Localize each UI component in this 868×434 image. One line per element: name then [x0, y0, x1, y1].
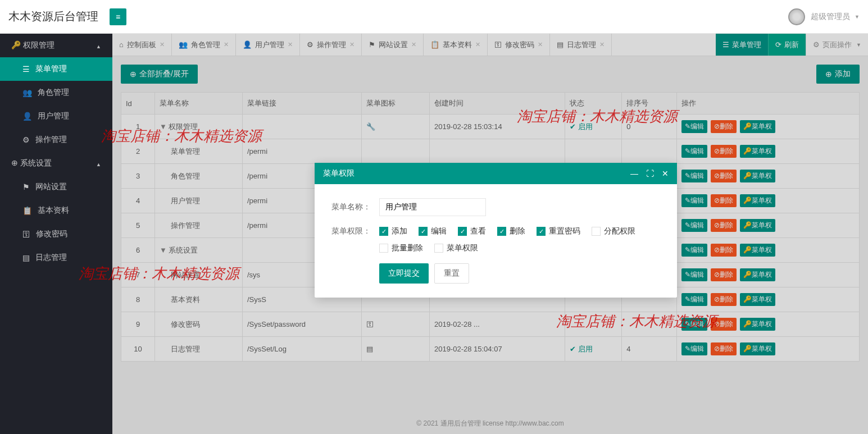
checkbox-label: 分配权限: [604, 226, 635, 236]
sidebar-item-label: 用户管理: [38, 111, 69, 121]
checkbox-icon: ✓: [537, 227, 546, 236]
sidebar-item[interactable]: 👤用户管理: [0, 104, 112, 128]
sidebar-item-label: 网站设置: [35, 182, 67, 192]
permission-dialog: 菜单权限 ― ⛶ ✕ 菜单名称： 菜单权限： ✓添加✓编辑✓查看✓删除✓重置密码…: [315, 163, 677, 298]
sidebar-item[interactable]: 📋基本资料: [0, 199, 112, 222]
sidebar-item[interactable]: ⚑网站设置: [0, 175, 112, 199]
checkbox-label: 重置密码: [549, 226, 580, 236]
user-name-label: 超级管理员: [811, 12, 850, 22]
menu-icon: 👤: [22, 112, 32, 121]
checkbox-label: 添加: [392, 226, 407, 236]
avatar[interactable]: [788, 8, 805, 25]
key-icon: 🔑: [11, 40, 23, 49]
checkbox-label: 删除: [510, 226, 525, 236]
sidebar-item[interactable]: 👥角色管理: [0, 81, 112, 104]
sidebar-item[interactable]: ▤日志管理: [0, 246, 112, 269]
reset-button[interactable]: 重置: [434, 263, 469, 284]
sidebar-item-label: 基本资料: [38, 205, 69, 216]
menu-icon: 📋: [22, 206, 32, 215]
checkbox-icon: ✓: [497, 227, 506, 236]
name-label: 菜单名称：: [331, 202, 371, 212]
permission-checkbox[interactable]: ✓删除: [497, 226, 525, 236]
close-icon[interactable]: ✕: [662, 169, 669, 178]
submit-button[interactable]: 立即提交: [379, 263, 429, 284]
permission-checkbox[interactable]: ✓编辑: [419, 226, 447, 236]
checkbox-icon: ✓: [458, 227, 467, 236]
sidebar-item[interactable]: ☰菜单管理: [0, 57, 112, 81]
maximize-icon[interactable]: ⛶: [646, 169, 654, 178]
menu-icon: ☰: [22, 65, 30, 74]
sidebar-item-label: 菜单管理: [35, 64, 67, 74]
sidebar-item-label: 修改密码: [36, 229, 67, 239]
perm-label: 菜单权限：: [331, 226, 371, 236]
header: 木木资源后台管理 ≡ 超级管理员: [0, 0, 868, 34]
checkbox-label: 编辑: [431, 226, 447, 236]
checkbox-label: 查看: [470, 226, 486, 236]
menu-icon: ⚿: [22, 230, 30, 239]
sidebar-group-label: 系统设置: [20, 158, 52, 167]
sidebar-item-label: 角色管理: [38, 88, 69, 98]
permission-checkbox[interactable]: 菜单权限: [434, 243, 478, 253]
menu-icon: ⚙: [22, 135, 30, 144]
menu-icon: ▤: [22, 253, 30, 262]
menu-icon: 👥: [22, 88, 32, 97]
permission-checkbox[interactable]: ✓添加: [379, 226, 407, 236]
sidebar-group-permission[interactable]: 🔑 权限管理: [0, 34, 112, 57]
permission-checkbox[interactable]: 分配权限: [592, 226, 635, 236]
logo: 木木资源后台管理: [8, 9, 110, 24]
checkbox-label: 批量删除: [392, 243, 423, 253]
sidebar: 🔑 权限管理 ☰菜单管理👥角色管理👤用户管理⚙操作管理 ⊕ 系统设置 ⚑网站设置…: [0, 34, 112, 434]
chevron-up-icon: [96, 159, 101, 168]
sidebar-group-label: 权限管理: [23, 40, 54, 49]
sidebar-item-label: 操作管理: [35, 135, 67, 145]
permission-checkbox[interactable]: 批量删除: [379, 243, 423, 253]
header-right: 超级管理员: [788, 8, 860, 25]
checkbox-icon: [379, 244, 388, 253]
user-dropdown[interactable]: 超级管理员: [811, 12, 860, 22]
sidebar-item-label: 日志管理: [35, 253, 67, 263]
permission-checkbox[interactable]: ✓查看: [458, 226, 486, 236]
checkbox-icon: ✓: [379, 227, 388, 236]
dialog-title-text: 菜单权限: [323, 168, 355, 179]
menu-name-input[interactable]: [379, 198, 486, 216]
permission-checkbox[interactable]: ✓重置密码: [537, 226, 580, 236]
sidebar-item[interactable]: ⚙操作管理: [0, 128, 112, 152]
checkbox-icon: [434, 244, 443, 253]
sidebar-item[interactable]: ⚿修改密码: [0, 222, 112, 246]
minimize-icon[interactable]: ―: [630, 169, 638, 178]
hamburger-icon: ≡: [116, 12, 120, 21]
globe-icon: ⊕: [11, 158, 20, 167]
sidebar-group-system[interactable]: ⊕ 系统设置: [0, 152, 112, 175]
chevron-up-icon: [96, 41, 101, 50]
menu-icon: ⚑: [22, 182, 30, 191]
menu-toggle-button[interactable]: ≡: [110, 8, 126, 25]
checkbox-icon: [592, 227, 601, 236]
dialog-titlebar: 菜单权限 ― ⛶ ✕: [315, 163, 677, 184]
checkbox-icon: ✓: [419, 227, 428, 236]
checkbox-label: 菜单权限: [447, 243, 478, 253]
